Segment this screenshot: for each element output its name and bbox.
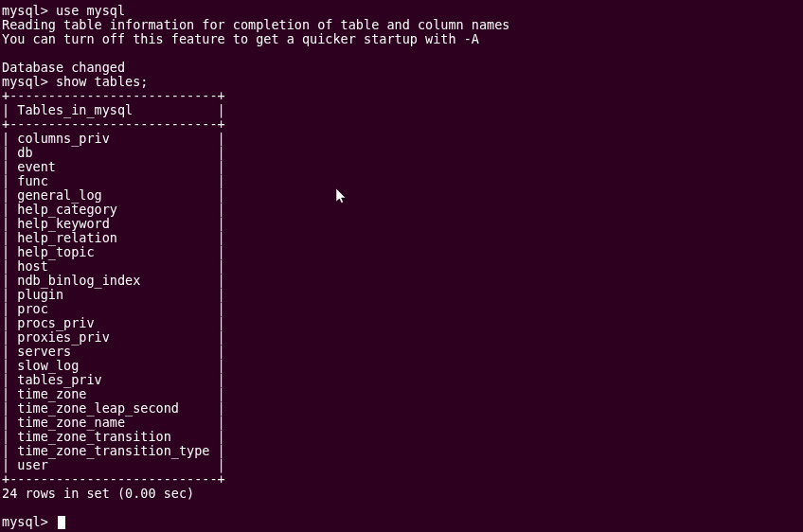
table-row: | time_zone_name | [2,416,801,430]
table-row: | tables_priv | [2,373,801,387]
table-row: | func | [2,174,801,188]
table-row: | servers | [2,345,801,359]
blank-line [2,46,801,61]
mysql-prompt: mysql> [2,514,48,529]
mysql-prompt: mysql> [2,3,48,18]
table-row: | user | [2,458,801,472]
table-row: | help_keyword | [2,217,801,231]
table-border-top: +---------------------------+ [2,89,801,103]
turn-off-line: You can turn off this feature to get a q… [2,32,801,46]
table-row: | help_relation | [2,231,801,245]
mysql-prompt: mysql> [2,74,48,89]
terminal-window[interactable]: mysql> use mysql Reading table informati… [2,4,801,529]
table-row: | event | [2,160,801,174]
prompt-line-cursor[interactable]: mysql> [2,515,801,529]
db-changed-line: Database changed [2,61,801,75]
result-summary-line: 24 rows in set (0.00 sec) [2,487,801,501]
prompt-line-show: mysql> show tables; [2,75,801,89]
table-row: | plugin | [2,288,801,302]
table-border-mid: +---------------------------+ [2,117,801,132]
table-row: | time_zone | [2,387,801,401]
reading-info-line: Reading table information for completion… [2,18,801,32]
table-row: | time_zone_transition | [2,430,801,444]
table-border-bottom: +---------------------------+ [2,472,801,487]
command-show-tables: show tables; [56,74,149,89]
table-row: | columns_priv | [2,132,801,146]
command-use-mysql: use mysql [56,3,125,18]
table-row: | time_zone_leap_second | [2,401,801,416]
table-row: | help_topic | [2,245,801,259]
table-row: | host | [2,259,801,274]
table-row: | procs_priv | [2,316,801,330]
table-row: | time_zone_transition_type | [2,444,801,458]
cursor-block [58,516,65,529]
prompt-line-use: mysql> use mysql [2,4,801,18]
table-row: | proc | [2,302,801,316]
blank-line-2 [2,501,801,515]
table-row: | ndb_binlog_index | [2,274,801,288]
table-header-row: | Tables_in_mysql | [2,103,801,117]
table-row: | help_category | [2,203,801,217]
table-body: | columns_priv || db || event || func ||… [2,132,801,472]
table-row: | db | [2,146,801,160]
table-row: | proxies_priv | [2,330,801,345]
table-row: | slow_log | [2,359,801,373]
table-row: | general_log | [2,188,801,203]
